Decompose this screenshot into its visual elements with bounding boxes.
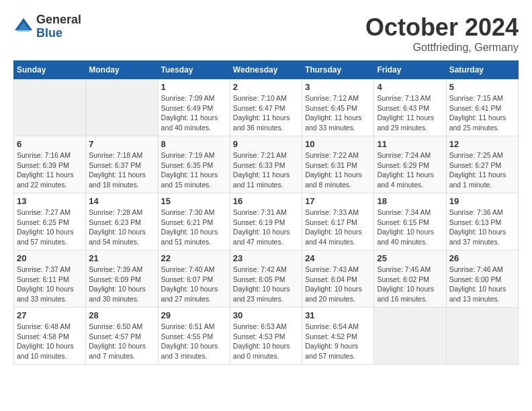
sunrise-text: Sunrise: 7:21 AM	[233, 151, 287, 159]
day-info: Sunrise: 6:50 AMSunset: 4:57 PMDaylight:…	[89, 322, 154, 361]
header-sunday: Sunday	[14, 61, 86, 79]
table-row: 23Sunrise: 7:42 AMSunset: 6:05 PMDayligh…	[230, 250, 302, 308]
day-info: Sunrise: 7:33 AMSunset: 6:17 PMDaylight:…	[305, 208, 371, 247]
table-row: 31Sunrise: 6:54 AMSunset: 4:52 PMDayligh…	[302, 308, 374, 365]
table-row: 5Sunrise: 7:15 AMSunset: 6:41 PMDaylight…	[446, 79, 518, 136]
daylight-text: Daylight: 9 hours and 57 minutes.	[305, 342, 358, 360]
sunset-text: Sunset: 6:04 PM	[305, 275, 357, 283]
sunset-text: Sunset: 6:21 PM	[161, 218, 214, 226]
logo-general: General	[36, 13, 81, 27]
day-number: 23	[233, 253, 299, 263]
sunrise-text: Sunrise: 7:43 AM	[305, 265, 359, 273]
sunrise-text: Sunrise: 7:39 AM	[89, 265, 142, 273]
day-info: Sunrise: 7:34 AMSunset: 6:15 PMDaylight:…	[377, 208, 443, 247]
table-row: 9Sunrise: 7:21 AMSunset: 6:33 PMDaylight…	[230, 136, 302, 193]
day-number: 29	[161, 310, 227, 320]
sunrise-text: Sunrise: 7:27 AM	[17, 208, 71, 216]
table-row: 8Sunrise: 7:19 AMSunset: 6:35 PMDaylight…	[158, 136, 230, 193]
sunset-text: Sunset: 6:13 PM	[449, 218, 502, 226]
sunset-text: Sunset: 6:07 PM	[161, 275, 214, 283]
day-info: Sunrise: 6:48 AMSunset: 4:58 PMDaylight:…	[17, 322, 83, 361]
month-title: October 2024	[365, 13, 519, 42]
day-number: 6	[17, 139, 83, 149]
daylight-text: Daylight: 11 hours and 36 minutes.	[233, 113, 290, 132]
day-number: 24	[305, 253, 371, 263]
sunset-text: Sunset: 6:29 PM	[377, 161, 429, 169]
day-number: 25	[377, 253, 443, 263]
day-info: Sunrise: 6:53 AMSunset: 4:53 PMDaylight:…	[233, 322, 299, 361]
day-number: 13	[17, 196, 83, 206]
sunset-text: Sunset: 4:52 PM	[305, 332, 357, 340]
table-row: 15Sunrise: 7:30 AMSunset: 6:21 PMDayligh…	[158, 193, 230, 250]
day-info: Sunrise: 7:09 AMSunset: 6:49 PMDaylight:…	[161, 93, 227, 133]
day-number: 21	[89, 253, 154, 263]
sunrise-text: Sunrise: 7:12 AM	[305, 94, 359, 102]
daylight-text: Daylight: 10 hours and 47 minutes.	[233, 228, 290, 246]
day-info: Sunrise: 7:31 AMSunset: 6:19 PMDaylight:…	[233, 208, 299, 247]
day-info: Sunrise: 7:19 AMSunset: 6:35 PMDaylight:…	[161, 150, 227, 190]
day-number: 18	[377, 196, 443, 206]
daylight-text: Daylight: 10 hours and 54 minutes.	[89, 228, 146, 246]
sunset-text: Sunset: 6:27 PM	[449, 161, 502, 169]
day-info: Sunrise: 6:54 AMSunset: 4:52 PMDaylight:…	[305, 322, 371, 361]
day-info: Sunrise: 7:24 AMSunset: 6:29 PMDaylight:…	[377, 150, 443, 190]
table-row: 28Sunrise: 6:50 AMSunset: 4:57 PMDayligh…	[86, 308, 158, 365]
daylight-text: Daylight: 11 hours and 40 minutes.	[161, 113, 218, 132]
sunrise-text: Sunrise: 7:34 AM	[377, 208, 431, 216]
sunrise-text: Sunrise: 7:22 AM	[305, 151, 359, 159]
daylight-text: Daylight: 11 hours and 4 minutes.	[377, 171, 434, 189]
day-number: 31	[305, 310, 371, 320]
day-number: 1	[161, 82, 227, 92]
sunset-text: Sunset: 6:15 PM	[377, 218, 429, 226]
calendar-week-row: 6Sunrise: 7:16 AMSunset: 6:39 PMDaylight…	[14, 136, 519, 193]
day-number: 2	[233, 82, 299, 92]
daylight-text: Daylight: 10 hours and 3 minutes.	[161, 342, 218, 360]
sunset-text: Sunset: 4:57 PM	[89, 332, 141, 340]
calendar-week-row: 1Sunrise: 7:09 AMSunset: 6:49 PMDaylight…	[14, 79, 519, 136]
daylight-text: Daylight: 10 hours and 7 minutes.	[89, 342, 146, 360]
daylight-text: Daylight: 11 hours and 18 minutes.	[89, 171, 146, 189]
day-info: Sunrise: 7:36 AMSunset: 6:13 PMDaylight:…	[449, 208, 515, 247]
daylight-text: Daylight: 10 hours and 33 minutes.	[17, 285, 74, 303]
daylight-text: Daylight: 10 hours and 20 minutes.	[305, 285, 362, 303]
sunset-text: Sunset: 6:39 PM	[17, 161, 69, 169]
daylight-text: Daylight: 11 hours and 29 minutes.	[377, 113, 434, 132]
sunrise-text: Sunrise: 7:13 AM	[377, 94, 431, 102]
table-row	[374, 308, 446, 365]
day-number: 8	[161, 139, 227, 149]
sunset-text: Sunset: 6:23 PM	[89, 218, 141, 226]
daylight-text: Daylight: 11 hours and 15 minutes.	[161, 171, 218, 189]
table-row: 24Sunrise: 7:43 AMSunset: 6:04 PMDayligh…	[302, 250, 374, 308]
sunset-text: Sunset: 6:47 PM	[233, 104, 285, 112]
calendar-week-row: 20Sunrise: 7:37 AMSunset: 6:11 PMDayligh…	[14, 250, 519, 308]
table-row: 22Sunrise: 7:40 AMSunset: 6:07 PMDayligh…	[158, 250, 230, 308]
sunrise-text: Sunrise: 7:15 AM	[449, 94, 503, 102]
calendar-header-row: Sunday Monday Tuesday Wednesday Thursday…	[14, 61, 519, 79]
sunset-text: Sunset: 6:37 PM	[89, 161, 141, 169]
sunrise-text: Sunrise: 7:24 AM	[377, 151, 431, 159]
day-info: Sunrise: 7:39 AMSunset: 6:09 PMDaylight:…	[89, 265, 154, 304]
sunset-text: Sunset: 6:17 PM	[305, 218, 357, 226]
daylight-text: Daylight: 11 hours and 33 minutes.	[305, 113, 362, 132]
table-row: 20Sunrise: 7:37 AMSunset: 6:11 PMDayligh…	[14, 250, 86, 308]
day-info: Sunrise: 7:22 AMSunset: 6:31 PMDaylight:…	[305, 150, 371, 190]
day-number: 7	[89, 139, 154, 149]
sunrise-text: Sunrise: 7:10 AM	[233, 94, 287, 102]
table-row: 17Sunrise: 7:33 AMSunset: 6:17 PMDayligh…	[302, 193, 374, 250]
table-row	[14, 79, 86, 136]
day-number: 30	[233, 310, 299, 320]
sunrise-text: Sunrise: 7:30 AM	[161, 208, 215, 216]
table-row: 6Sunrise: 7:16 AMSunset: 6:39 PMDaylight…	[14, 136, 86, 193]
sunrise-text: Sunrise: 7:18 AM	[89, 151, 142, 159]
header-tuesday: Tuesday	[158, 61, 230, 79]
table-row: 29Sunrise: 6:51 AMSunset: 4:55 PMDayligh…	[158, 308, 230, 365]
day-info: Sunrise: 7:37 AMSunset: 6:11 PMDaylight:…	[17, 265, 83, 304]
sunset-text: Sunset: 6:49 PM	[161, 104, 214, 112]
sunrise-text: Sunrise: 7:45 AM	[377, 265, 431, 273]
calendar-table: Sunday Monday Tuesday Wednesday Thursday…	[13, 60, 519, 365]
sunset-text: Sunset: 6:45 PM	[305, 104, 357, 112]
table-row: 3Sunrise: 7:12 AMSunset: 6:45 PMDaylight…	[302, 79, 374, 136]
daylight-text: Daylight: 10 hours and 37 minutes.	[449, 228, 506, 246]
table-row: 30Sunrise: 6:53 AMSunset: 4:53 PMDayligh…	[230, 308, 302, 365]
daylight-text: Daylight: 10 hours and 51 minutes.	[161, 228, 218, 246]
